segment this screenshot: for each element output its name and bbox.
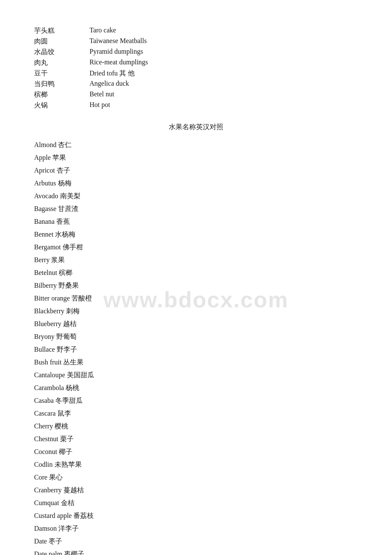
chinese-name: 火锅: [34, 100, 89, 111]
list-item: Apricot 杏子: [34, 164, 358, 177]
list-item: Bryony 野葡萄: [34, 330, 358, 343]
table-row: 豆干Dried tofu 其 他: [34, 68, 148, 79]
list-item: Cherry 樱桃: [34, 420, 358, 433]
list-item: Avocado 南美梨: [34, 190, 358, 202]
list-item: Carambola 杨桃: [34, 382, 358, 394]
table-row: 肉丸Rice-meat dumplings: [34, 58, 148, 68]
list-item: Apple 苹果: [34, 151, 358, 164]
english-name: Taro cake: [89, 26, 148, 36]
chinese-name: 水晶饺: [34, 47, 89, 58]
english-name: Hot pot: [89, 100, 148, 111]
list-item: Cranberry 蔓越桔: [34, 484, 358, 497]
chinese-name: 肉圆: [34, 36, 89, 47]
list-item: Bilberry 野桑果: [34, 279, 358, 292]
list-item: Chestnut 栗子: [34, 433, 358, 445]
table-row: 当归鸭Angelica duck: [34, 79, 148, 90]
list-item: Custard apple 番荔枝: [34, 509, 358, 522]
list-item: Coconut 椰子: [34, 445, 358, 458]
english-name: Dried tofu 其 他: [89, 68, 148, 79]
fruit-section-title: 水果名称英汉对照: [34, 123, 358, 132]
list-item: Bullace 野李子: [34, 343, 358, 356]
chinese-name: 肉丸: [34, 58, 89, 68]
english-name: Pyramid dumplings: [89, 47, 148, 58]
list-item: Cantaloupe 美国甜瓜: [34, 369, 358, 382]
table-row: 肉圆Taiwanese Meatballs: [34, 36, 148, 47]
list-item: Cascara 鼠李: [34, 407, 358, 420]
list-item: Almond 杏仁: [34, 139, 358, 151]
chinese-name: 芋头糕: [34, 26, 89, 36]
list-item: Bush fruit 丛生果: [34, 356, 358, 369]
chinese-name: 当归鸭: [34, 79, 89, 90]
list-item: Cumquat 金桔: [34, 497, 358, 509]
list-item: Core 果心: [34, 471, 358, 484]
fruit-section: 水果名称英汉对照 Almond 杏仁Apple 苹果Apricot 杏子Arbu…: [34, 123, 358, 555]
table-row: 芋头糕Taro cake: [34, 26, 148, 36]
english-name: Taiwanese Meatballs: [89, 36, 148, 47]
list-item: Casaba 冬季甜瓜: [34, 394, 358, 407]
list-item: Arbutus 杨梅: [34, 177, 358, 190]
chinese-name: 槟榔: [34, 90, 89, 100]
list-item: Betelnut 槟榔: [34, 266, 358, 279]
list-item: Bergamot 佛手柑: [34, 241, 358, 254]
english-name: Angelica duck: [89, 79, 148, 90]
list-item: Banana 香蕉: [34, 215, 358, 228]
table-row: 火锅Hot pot: [34, 100, 148, 111]
english-name: Rice-meat dumplings: [89, 58, 148, 68]
list-item: Damson 洋李子: [34, 522, 358, 535]
english-name: Betel nut: [89, 90, 148, 100]
food-table-section: 芋头糕Taro cake肉圆Taiwanese Meatballs水晶饺Pyra…: [34, 26, 358, 111]
list-item: Bitter orange 苦酸橙: [34, 292, 358, 305]
list-item: Bagasse 甘蔗渣: [34, 202, 358, 215]
list-item: Blackberry 刺梅: [34, 305, 358, 318]
table-row: 槟榔Betel nut: [34, 90, 148, 100]
list-item: Date palm 枣椰子: [34, 548, 358, 555]
list-item: Bennet 水杨梅: [34, 228, 358, 241]
list-item: Berry 浆果: [34, 254, 358, 266]
list-item: Date 枣子: [34, 535, 358, 548]
fruit-list: Almond 杏仁Apple 苹果Apricot 杏子Arbutus 杨梅Avo…: [34, 139, 358, 555]
chinese-name: 豆干: [34, 68, 89, 79]
food-table: 芋头糕Taro cake肉圆Taiwanese Meatballs水晶饺Pyra…: [34, 26, 148, 111]
list-item: Blueberry 越桔: [34, 318, 358, 330]
list-item: Codlin 未熟苹果: [34, 458, 358, 471]
table-row: 水晶饺Pyramid dumplings: [34, 47, 148, 58]
